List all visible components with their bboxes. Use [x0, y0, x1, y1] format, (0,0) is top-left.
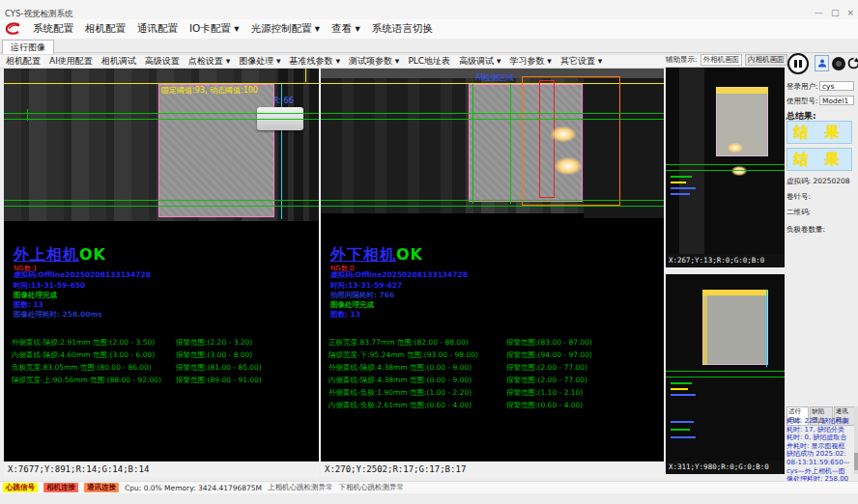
preview-header-label: 辅助显示:: [666, 55, 698, 65]
tool-image-processing[interactable]: 图像处理 ▾: [239, 55, 280, 68]
mini-electrode-region: [702, 290, 768, 365]
yellow-highlight: [702, 290, 768, 295]
left-camera-view[interactable]: 固定阈值:93, 动态阈值:100 R: 66 外上相机OK NG数:1 虚拟码…: [4, 69, 319, 462]
reel-number-label: 卷针号:: [786, 192, 811, 202]
tool-ai-config[interactable]: AI使用配置: [49, 55, 93, 68]
login-user-label: 登录用户:: [786, 82, 818, 91]
switch-button[interactable]: [846, 56, 858, 70]
camera-result-title: 外下相机OK: [330, 245, 423, 266]
yellow-highlight-left: [702, 290, 707, 365]
window-controls: — □ ×: [815, 8, 854, 17]
middle-camera-pane: AI检测区域 外下相机OK NG数:0 虚拟码:Offline202502081…: [321, 69, 664, 477]
menu-language-switch[interactable]: 系统语言切换: [372, 22, 433, 36]
measure-green-tick: [27, 109, 28, 121]
tiny-overlay-text: [671, 382, 692, 384]
measure-green-line: [321, 206, 664, 207]
status-bar: 心跳信号 相机连接 通讯连接 Cpu: 0.0% Memory: 3424.41…: [0, 481, 858, 493]
middle-camera-view[interactable]: AI检测区域 外下相机OK NG数:0 虚拟码:Offline202502081…: [321, 69, 664, 462]
measure-green-line: [666, 164, 785, 165]
refresh-arrow-icon: [847, 57, 858, 70]
measurement-row: 正极宽度:83.77mm 范围:(82.00 - 88.00) 报警范围:(83…: [321, 338, 664, 348]
tool-camera-debug[interactable]: 相机调试: [101, 55, 136, 68]
measure-green-vline: [472, 84, 473, 204]
tiny-overlay-text: [671, 182, 686, 183]
bright-spark: [731, 166, 747, 176]
lens-icon: [836, 61, 842, 67]
upper-camera-warning: 上相机心跳检测异常: [268, 483, 333, 492]
result-box-top: 结 果: [786, 121, 852, 144]
time-line: 时间:13-31-59-650: [14, 281, 85, 291]
close-icon[interactable]: ×: [846, 8, 854, 17]
heartbeat-badge: 心跳信号: [3, 483, 38, 492]
bright-spark: [555, 157, 582, 175]
preview-bottom-view[interactable]: [666, 274, 785, 461]
pause-button[interactable]: [787, 53, 809, 74]
login-user-input[interactable]: cys: [819, 81, 854, 91]
tool-advanced-settings[interactable]: 高级设置: [145, 55, 180, 68]
machine-right-band: [278, 69, 319, 221]
preview-column: 辅助显示: 外相机画面 内相机画面 X:267;Y:13;R:0;G:0;B:0: [666, 53, 785, 474]
measure-green-line: [4, 206, 319, 207]
tool-baseline-params[interactable]: 基准线参数 ▾: [290, 55, 340, 68]
tool-plc-table[interactable]: PLC地址表: [408, 55, 450, 68]
preview-tab-inner[interactable]: 内相机画面: [745, 54, 787, 66]
menu-light-config[interactable]: 光源控制配置 ▾: [250, 22, 320, 36]
tool-test-params[interactable]: 测试项参数 ▾: [349, 55, 399, 68]
proc-time-line: 图像处理耗时: 258.00ms: [14, 310, 102, 320]
person-icon: [817, 58, 827, 69]
result-box-bottom: 结 果: [786, 148, 852, 171]
menu-comm-config[interactable]: 通讯配置: [137, 22, 178, 36]
menu-io-config[interactable]: IO卡配置 ▾: [189, 22, 239, 36]
bright-spark: [551, 126, 576, 142]
user-button[interactable]: [815, 55, 829, 71]
preview-top-status: X:267;Y:13;R:0;G:0;B:0: [666, 254, 785, 267]
right-panel: 登录用户: cys 使用型号: Model1 总结果: 结 果 结 果 虚拟码:…: [786, 53, 856, 475]
camera-lens-button[interactable]: [832, 57, 845, 70]
minimize-icon[interactable]: —: [815, 8, 823, 17]
count-label: 负极卷数量:: [786, 225, 825, 235]
baseline-yellow-vline: [305, 69, 306, 82]
menu-camera-config[interactable]: 相机配置: [85, 22, 126, 36]
model-label: 使用型号:: [786, 97, 818, 105]
measure-green-line: [666, 170, 785, 171]
tab-row: 运行图像: [0, 39, 858, 53]
camera-result-title: 外上相机OK: [14, 245, 106, 266]
tool-spot-check[interactable]: 点检设置 ▾: [188, 55, 230, 68]
measurement-row: 外侧直线-隔膜:2.91mm 范围:(2.00 - 3.50) 报警范围:(2.…: [4, 338, 319, 348]
threshold-overlay: 固定阈值:93, 动态阈值:100: [161, 85, 258, 96]
middle-coord-status: X:270;Y:2502;R:17;G:17;B:17: [321, 462, 664, 477]
measurement-row: 隔膜宽度-上:90.56mm 范围:(88.00 - 92.00) 报警范围:(…: [4, 376, 319, 385]
login-user-row: 登录用户:: [786, 82, 818, 92]
measure-green-line: [321, 119, 664, 120]
measure-green-line: [666, 371, 785, 372]
app-logo-icon: [4, 22, 21, 37]
tiny-overlay-text: [671, 187, 696, 189]
measurement-row: 外侧直线-负极:1.90mm 范围:(1.00 - 2.20) 报警范围:(1.…: [321, 388, 664, 398]
virtual-code-row: 虚拟码: 20250208: [786, 177, 850, 186]
model-input[interactable]: Model1: [819, 96, 854, 105]
tool-learning-params[interactable]: 学习参数 ▾: [510, 55, 552, 68]
tiny-overlay-text: [671, 394, 696, 396]
ai-region-label: AI检测区域: [475, 72, 514, 83]
tool-camera-config[interactable]: 相机配置: [6, 55, 41, 68]
measure-green-line: [321, 200, 664, 201]
comm-connection-badge: 通讯连接: [84, 483, 119, 492]
tool-other-settings[interactable]: 其它设置 ▾: [560, 55, 602, 68]
maximize-icon[interactable]: □: [831, 8, 840, 17]
menu-system-config[interactable]: 系统配置: [33, 22, 73, 36]
qr-code-label: 二维码:: [786, 208, 811, 217]
done-line: 图像处理完成: [14, 291, 57, 300]
lower-camera-warning: 下相机心跳检测异常: [339, 483, 405, 492]
menu-view[interactable]: 查看 ▾: [331, 22, 360, 36]
preview-tab-outer[interactable]: 外相机画面: [701, 54, 743, 66]
tiny-overlay-text: [671, 193, 690, 195]
measure-green-line: [4, 113, 319, 114]
tiny-overlay-text: [671, 436, 696, 438]
scrollbar-thumb[interactable]: [854, 453, 858, 470]
preview-top-view[interactable]: [666, 68, 785, 254]
measurement-row: 内侧直线-负极:2.61mm 范围:(0.60 - 4.00) 报警范围:(0.…: [321, 401, 664, 410]
left-camera-pane: 固定阈值:93, 动态阈值:100 R: 66 外上相机OK NG数:1 虚拟码…: [4, 69, 319, 477]
tiny-overlay-text: [671, 421, 694, 423]
log-scrollbar[interactable]: [854, 406, 858, 474]
tool-advanced-debug[interactable]: 高级调试 ▾: [459, 55, 500, 68]
